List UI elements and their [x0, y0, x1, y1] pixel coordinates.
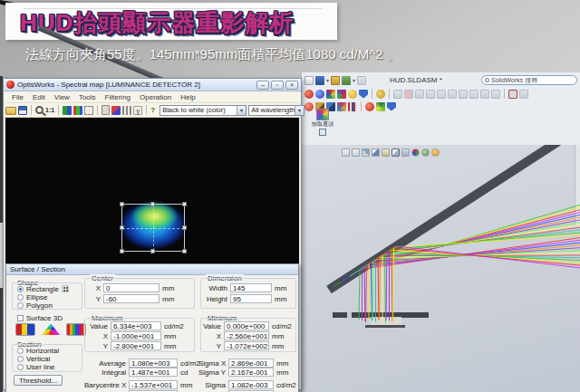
- help-bulb-icon[interactable]: ?: [150, 106, 158, 115]
- display-style-icon[interactable]: [401, 148, 410, 157]
- minimize-button[interactable]: [256, 81, 269, 90]
- shield-icon[interactable]: [387, 102, 396, 111]
- maximize-button[interactable]: [271, 81, 284, 90]
- open-folder-icon[interactable]: [5, 107, 16, 115]
- selection-handle[interactable]: [150, 202, 155, 206]
- scene-icon[interactable]: [431, 148, 440, 157]
- sigma-x-row: Sigma X 2.869e-001 mm: [198, 359, 288, 368]
- view-orientation-cube-icon[interactable]: [392, 148, 400, 157]
- unit-label: mm: [162, 295, 174, 303]
- new-document-icon[interactable]: [304, 76, 314, 85]
- color-bars-button[interactable]: [15, 323, 35, 336]
- optis-tool-icon[interactable]: [315, 90, 324, 99]
- selection-handle[interactable]: [182, 249, 187, 253]
- appearance-icon[interactable]: [421, 148, 430, 157]
- open-icon[interactable]: [331, 76, 340, 85]
- clipboard-icon[interactable]: [102, 105, 110, 115]
- slide: HUD抬頭顯示器重影解析 法線方向夾角55度。145mm*95mm面積平均值10…: [0, 0, 580, 392]
- zoom-fit-icon[interactable]: [362, 148, 370, 157]
- selection-handle[interactable]: [120, 202, 124, 206]
- close-button[interactable]: [285, 81, 298, 90]
- stat-value: 1.487e+001: [129, 368, 178, 377]
- chevron-down-icon[interactable]: [295, 106, 304, 115]
- menu-help[interactable]: Help: [176, 93, 199, 101]
- save-icon[interactable]: [315, 76, 324, 85]
- section-view-icon[interactable]: [411, 148, 420, 157]
- chevron-down-icon[interactable]: [237, 106, 246, 115]
- height-input[interactable]: 95: [230, 294, 272, 303]
- optis-tool-icon[interactable]: [304, 90, 314, 99]
- print-icon[interactable]: [342, 76, 351, 85]
- menu-filtering[interactable]: Filtering: [101, 93, 135, 101]
- palette-select[interactable]: Black to white (color): [160, 105, 246, 116]
- optis-run-icon[interactable]: [365, 102, 374, 111]
- texture-icon[interactable]: [337, 102, 346, 111]
- exploded-view-icon[interactable]: [508, 90, 517, 99]
- map-icon[interactable]: [376, 102, 385, 111]
- menu-tools[interactable]: Tools: [74, 93, 101, 101]
- cie-diagram-button[interactable]: [41, 323, 61, 336]
- shield-icon[interactable]: [359, 90, 368, 99]
- component-icon[interactable]: [404, 90, 413, 99]
- unit-label: mm: [276, 359, 288, 368]
- menu-file[interactable]: File: [7, 93, 28, 101]
- checkbox-label: Surface 3D: [26, 314, 63, 322]
- show-hidden-icon[interactable]: [459, 90, 468, 99]
- detector-icon[interactable]: [337, 90, 346, 99]
- color-grid-button[interactable]: [66, 323, 86, 336]
- spectrum-icon[interactable]: [326, 90, 335, 99]
- gamma-icon[interactable]: γ: [133, 106, 142, 115]
- width-input[interactable]: 145: [230, 283, 272, 292]
- dropdown-arrow-icon[interactable]: ▾: [326, 76, 329, 85]
- color-mode-icon[interactable]: [63, 106, 72, 115]
- rotate-view-icon[interactable]: [372, 148, 380, 157]
- zoom-icon[interactable]: [35, 106, 44, 114]
- selection-handle[interactable]: [120, 225, 124, 230]
- lightbulb-icon[interactable]: [348, 90, 357, 99]
- wavelength-select[interactable]: All wavelengths: [248, 105, 304, 116]
- menu-view[interactable]: View: [50, 93, 74, 101]
- cache-options-icon: [316, 109, 329, 120]
- rgb-bars-icon[interactable]: [73, 106, 82, 115]
- save-icon[interactable]: [18, 106, 27, 115]
- zoom-one-to-one[interactable]: 1:1: [45, 105, 54, 115]
- smart-fastener-icon[interactable]: [437, 90, 446, 99]
- selection-rectangle[interactable]: [121, 204, 185, 252]
- key-icon[interactable]: [376, 90, 385, 99]
- levels-icon[interactable]: [122, 106, 131, 115]
- palette-value: Black to white (color): [162, 106, 226, 114]
- assembly-features-icon[interactable]: [469, 90, 478, 99]
- zoom-in-icon[interactable]: [342, 148, 350, 157]
- zoom-area-icon[interactable]: [352, 148, 360, 157]
- viewport-3d[interactable]: [302, 145, 580, 392]
- cache-options-button[interactable]: 快取選項: [310, 109, 335, 136]
- crop-icon[interactable]: [84, 106, 93, 115]
- grid-icon[interactable]: [348, 102, 357, 111]
- radio-polygon[interactable]: Polygon: [17, 301, 53, 310]
- insert-component-icon[interactable]: [415, 90, 424, 99]
- dialog-titlebar[interactable]: Surface / Section: [6, 264, 298, 275]
- threshold-button[interactable]: Threshold...: [14, 375, 63, 386]
- dropdown-arrow-icon[interactable]: ▾: [353, 76, 355, 85]
- move-component-icon[interactable]: [448, 90, 457, 99]
- selection-handle[interactable]: [120, 249, 124, 253]
- pan-icon[interactable]: [382, 148, 390, 157]
- selection-handle[interactable]: [182, 225, 187, 230]
- undo-icon[interactable]: [357, 76, 366, 85]
- linear-pattern-icon[interactable]: [426, 90, 435, 99]
- surface-3d-checkbox[interactable]: Surface 3D: [17, 313, 63, 322]
- menu-operation[interactable]: Operation: [135, 93, 176, 101]
- menu-edit[interactable]: Edit: [28, 93, 50, 101]
- center-y-input[interactable]: -60: [103, 294, 160, 303]
- interference-icon[interactable]: [519, 90, 528, 99]
- mate-icon[interactable]: [393, 90, 402, 99]
- bom-icon[interactable]: [491, 90, 500, 99]
- optisworks-titlebar[interactable]: OptisWorks - Spectral map [LUMINANCE DET…: [4, 79, 301, 91]
- reference-geometry-icon[interactable]: [480, 90, 489, 99]
- selection-handle[interactable]: [150, 249, 155, 253]
- selection-handle[interactable]: [182, 202, 187, 206]
- layers-icon[interactable]: [111, 106, 121, 115]
- radio-user-line[interactable]: User line: [17, 362, 55, 371]
- center-x-input[interactable]: 0: [103, 283, 160, 292]
- solidworks-search-box[interactable]: SolidWorks 搜尋: [481, 75, 577, 85]
